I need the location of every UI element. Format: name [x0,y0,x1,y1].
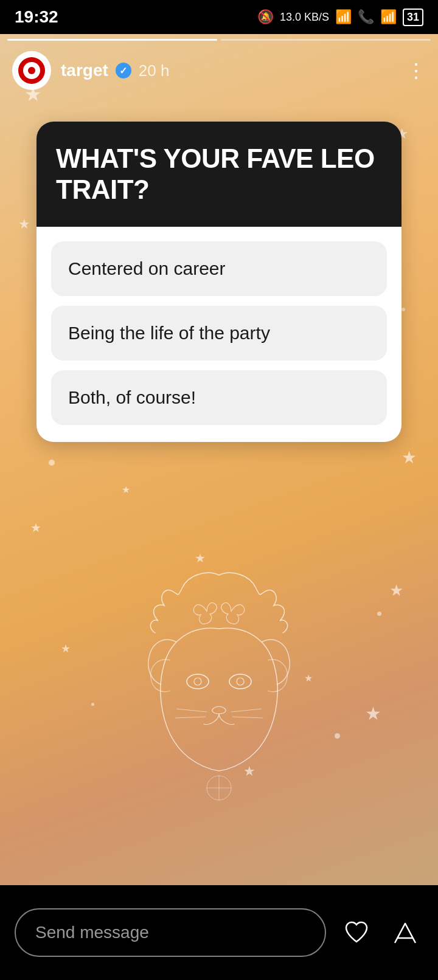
svg-line-4 [176,709,207,712]
status-bar: 19:32 🔕 13.0 KB/S 📶 📞 📶 31 [0,0,438,34]
wifi-icon: 📶 [335,9,352,25]
svg-line-6 [231,709,262,712]
quiz-option-2-text: Being the life of the party [68,323,270,343]
more-options-button[interactable]: ⋮ [406,59,426,82]
story-meta: target ✓ 20 h [61,61,406,80]
svg-line-7 [232,717,263,718]
call-icon: 📞 [358,9,374,25]
progress-bar-1 [7,39,217,41]
quiz-option-2[interactable]: Being the life of the party [51,306,387,361]
svg-point-0 [187,674,209,689]
message-input[interactable]: Send message [15,908,326,957]
story-header: target ✓ 20 h ⋮ [0,47,438,94]
progress-bar-2 [221,39,431,41]
story-username: target [61,61,108,80]
avatar [12,51,51,90]
story-time: 20 h [139,61,170,80]
share-button[interactable] [387,914,423,951]
status-time: 19:32 [15,7,58,27]
progress-bars [0,36,438,44]
battery-icon: 31 [403,9,423,26]
verified-badge: ✓ [116,63,131,78]
message-placeholder: Send message [35,923,149,942]
quiz-card: WHAT'S YOUR FAVE LEO TRAIT? Centered on … [36,122,401,442]
quiz-options: Centered on career Being the life of the… [36,227,401,442]
quiz-option-3[interactable]: Both, of course! [51,370,387,425]
status-icons: 🔕 13.0 KB/S 📶 📞 📶 31 [257,9,423,26]
quiz-option-1-text: Centered on career [68,258,226,278]
bottom-bar: Send message [0,885,438,980]
svg-point-3 [237,678,244,685]
svg-point-1 [229,674,251,689]
quiz-option-3-text: Both, of course! [68,387,196,407]
quiz-header: WHAT'S YOUR FAVE LEO TRAIT? [36,122,401,227]
mute-icon: 🔕 [257,9,274,25]
like-button[interactable] [338,914,375,951]
svg-line-5 [175,717,206,718]
svg-point-14 [28,67,35,74]
leo-illustration [128,563,310,806]
signal-icon: 📶 [380,9,397,25]
svg-point-2 [194,678,201,685]
quiz-title: WHAT'S YOUR FAVE LEO TRAIT? [56,143,382,205]
network-speed: 13.0 KB/S [280,11,329,24]
quiz-option-1[interactable]: Centered on career [51,241,387,296]
